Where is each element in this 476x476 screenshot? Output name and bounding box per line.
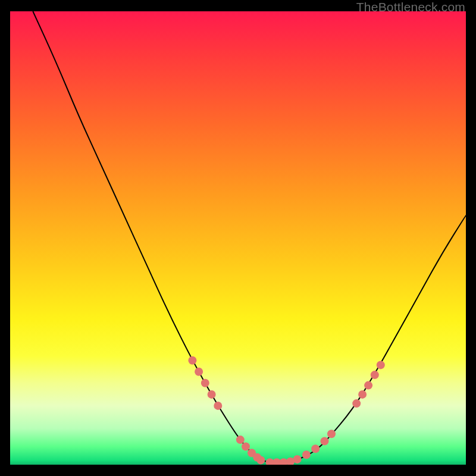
highlight-dot (188, 356, 196, 365)
plot-area (10, 11, 466, 465)
highlight-dot (208, 390, 216, 399)
watermark-text: TheBottleneck.com (356, 0, 465, 14)
highlight-dot (321, 437, 329, 445)
highlight-dot (236, 436, 245, 444)
highlight-dot (371, 371, 379, 379)
highlight-dot (195, 368, 203, 376)
highlight-dots-group (188, 356, 384, 465)
outer-frame: TheBottleneck.com (0, 0, 476, 476)
highlight-dot (242, 443, 250, 451)
highlight-dot (352, 399, 361, 408)
chart-svg (10, 11, 466, 465)
highlight-dot (302, 450, 311, 459)
highlight-dot (293, 455, 302, 464)
bottleneck-curve-path (33, 11, 466, 462)
highlight-dot (311, 444, 320, 453)
highlight-dot (327, 430, 336, 438)
highlight-dot (214, 402, 222, 410)
highlight-dot (358, 390, 367, 399)
highlight-dot (377, 361, 385, 369)
highlight-dot (364, 381, 372, 390)
highlight-dot (256, 456, 265, 464)
highlight-dot (201, 379, 209, 387)
